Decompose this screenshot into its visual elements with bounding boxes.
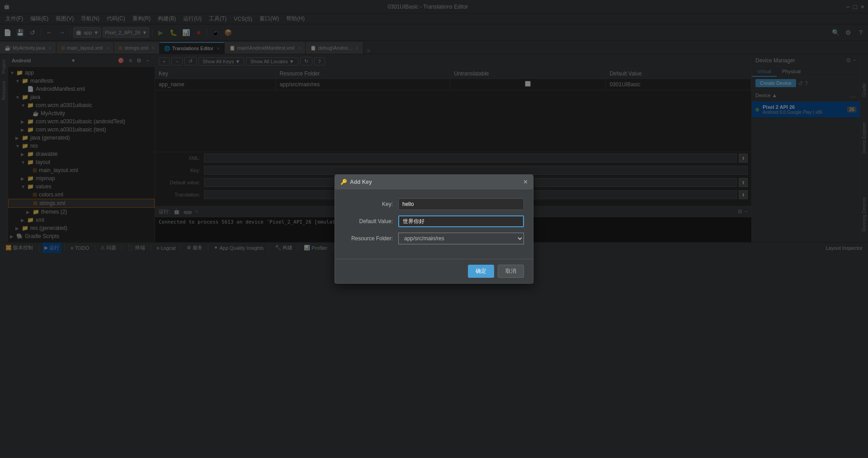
dialog-key-input[interactable] (398, 198, 524, 210)
dialog-title-icon: 🔑 (340, 179, 347, 185)
dialog-titlebar: 🔑 Add Key × (335, 175, 533, 189)
dialog-confirm-button[interactable]: 确定 (468, 265, 494, 278)
dialog-title-text: Add Key (350, 179, 372, 185)
dialog-title: 🔑 Add Key (340, 179, 372, 185)
dialog-close-button[interactable]: × (524, 178, 528, 186)
dialog-resourcefolder-select[interactable]: app/src/main/res (398, 233, 524, 244)
dialog-defaultvalue-label: Default Value: (344, 218, 398, 224)
dialog-resourcefolder-label: Resource Folder: (344, 235, 398, 242)
dialog-cancel-button[interactable]: 取消 (498, 265, 524, 278)
dialog-defaultvalue-field: Default Value: (344, 215, 524, 227)
dialog-footer: 确定 取消 (335, 259, 533, 283)
dialog-defaultvalue-input[interactable] (398, 215, 524, 227)
dialog-key-label: Key: (344, 201, 398, 207)
dialog-body: Key: Default Value: Resource Folder: app… (335, 189, 533, 259)
add-key-dialog: 🔑 Add Key × Key: Default Value: Resource… (335, 174, 533, 284)
dialog-key-field: Key: (344, 198, 524, 210)
dialog-resourcefolder-field: Resource Folder: app/src/main/res (344, 233, 524, 244)
dialog-overlay: 🔑 Add Key × Key: Default Value: Resource… (0, 0, 868, 458)
